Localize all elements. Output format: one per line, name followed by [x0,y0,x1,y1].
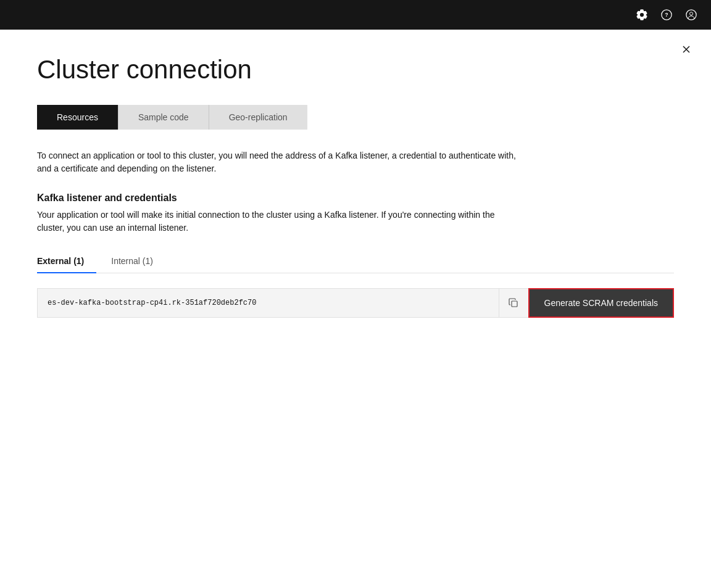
tab-resources[interactable]: Resources [37,105,118,130]
user-icon[interactable] [681,5,701,25]
bootstrap-address-input[interactable] [37,288,499,318]
svg-rect-4 [512,301,517,307]
svg-text:?: ? [665,12,668,18]
generate-scram-button[interactable]: Generate SCRAM credentials [528,288,674,318]
description-text: To connect an application or tool to thi… [37,149,518,175]
svg-point-3 [690,12,693,15]
tabs-container: Resources Sample code Geo-replication [37,105,674,130]
section-heading: Kafka listener and credentials [37,193,674,204]
bootstrap-row: Generate SCRAM credentials [37,288,674,318]
copy-icon [509,298,518,308]
page-title: Cluster connection [37,54,674,85]
subtab-internal[interactable]: Internal (1) [111,250,165,273]
tab-sample-code[interactable]: Sample code [118,105,209,130]
subtab-external[interactable]: External (1) [37,250,96,273]
topbar: ? [0,0,711,30]
svg-point-2 [686,10,696,20]
help-icon[interactable]: ? [657,5,676,25]
tab-geo-replication[interactable]: Geo-replication [209,105,307,130]
settings-icon[interactable] [632,5,652,25]
main-content: Cluster connection Resources Sample code… [0,30,711,342]
close-button[interactable] [676,39,696,59]
copy-button[interactable] [499,288,528,318]
subtabs-container: External (1) Internal (1) [37,249,674,273]
section-description: Your application or tool will make its i… [37,209,518,234]
